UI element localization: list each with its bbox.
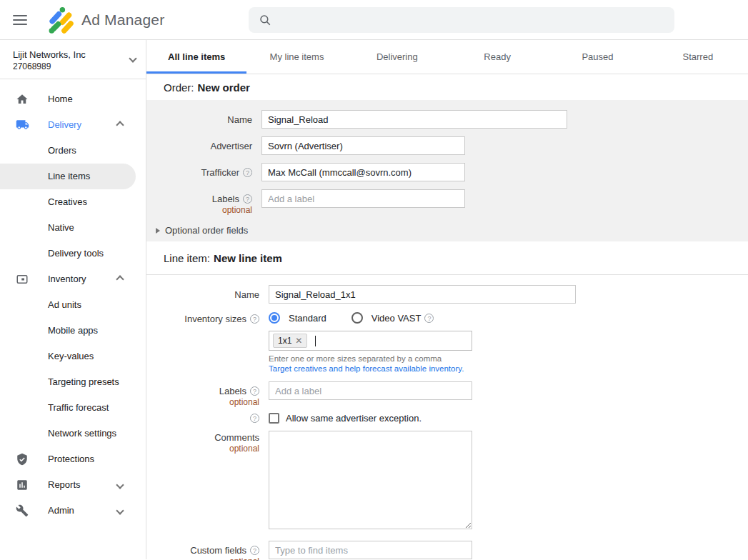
- sidebar-item-admin[interactable]: Admin: [0, 498, 146, 524]
- sidebar-item-reports[interactable]: Reports: [0, 472, 146, 498]
- sidebar-item-targeting-presets[interactable]: Targeting presets: [0, 369, 146, 395]
- line-item-form: Name Inventory sizes Standard Video VAST: [146, 275, 748, 560]
- line-item-name-label: Name: [146, 285, 259, 304]
- bar-chart-icon: [14, 479, 30, 491]
- same-advertiser-exception-label[interactable]: Allow same advertiser exception.: [286, 413, 422, 424]
- comments-label: Comments optional: [146, 431, 259, 532]
- search-input[interactable]: [279, 14, 674, 26]
- sidebar-item-mobile-apps[interactable]: Mobile apps: [0, 318, 146, 344]
- sidebar-item-native[interactable]: Native: [0, 215, 146, 241]
- order-form: Name Advertiser Trafficker: [146, 100, 748, 241]
- same-advertiser-exception-checkbox[interactable]: [269, 413, 279, 424]
- network-id: 27068989: [13, 61, 86, 71]
- exception-help: [146, 413, 259, 424]
- optional-tag: optional: [146, 444, 259, 454]
- order-title-value: New order: [198, 81, 250, 94]
- sidebar-item-home[interactable]: Home: [0, 86, 146, 112]
- order-advertiser-input[interactable]: [261, 136, 465, 155]
- line-item-labels-label: Labels optional: [146, 381, 259, 407]
- sidebar-item-delivery[interactable]: Delivery: [0, 112, 146, 138]
- shield-check-icon: [14, 453, 30, 466]
- line-item-name-input[interactable]: [269, 285, 576, 304]
- radio-standard-label[interactable]: Standard: [289, 313, 326, 324]
- chevron-up-icon: [116, 275, 124, 283]
- custom-fields-input[interactable]: [269, 541, 472, 559]
- optional-order-fields-toggle[interactable]: Optional order fields: [146, 225, 748, 236]
- help-icon[interactable]: [424, 314, 434, 323]
- sidebar: Lijit Networks, Inc 27068989 Home Delive…: [0, 40, 146, 559]
- radio-video-vast[interactable]: [351, 312, 363, 324]
- line-item-tabs: All line items My line items Delivering …: [146, 40, 748, 74]
- radio-standard[interactable]: [269, 312, 280, 324]
- order-trafficker-label: Trafficker: [146, 163, 252, 181]
- tab-ready[interactable]: Ready: [447, 40, 547, 74]
- chevron-down-icon: [116, 506, 124, 514]
- help-icon[interactable]: [250, 314, 259, 324]
- help-icon[interactable]: [250, 386, 259, 396]
- global-search[interactable]: [249, 7, 674, 33]
- hamburger-menu-icon[interactable]: [13, 15, 27, 25]
- optional-tag: optional: [146, 205, 252, 215]
- tab-starred[interactable]: Starred: [648, 40, 748, 74]
- sidebar-item-protections[interactable]: Protections: [0, 446, 146, 472]
- inventory-sizes-input[interactable]: 1x1 ✕: [269, 331, 472, 351]
- inventory-sizes-label: Inventory sizes: [146, 312, 259, 373]
- optional-tag: optional: [146, 556, 259, 560]
- order-trafficker-input[interactable]: [261, 163, 465, 181]
- chevron-down-icon: [116, 481, 124, 489]
- sidebar-item-creatives[interactable]: Creatives: [0, 189, 146, 215]
- sizes-helper-text: Enter one or more sizes separated by a c…: [269, 354, 472, 363]
- help-icon[interactable]: [243, 194, 252, 204]
- line-item-title-value: New line item: [214, 252, 282, 264]
- wrench-icon: [14, 504, 30, 517]
- main-content: All line items My line items Delivering …: [146, 40, 748, 559]
- text-caret: [315, 336, 316, 346]
- order-section-title: Order: New order: [146, 74, 748, 100]
- sidebar-item-network-settings[interactable]: Network settings: [0, 421, 146, 446]
- sidebar-item-line-items[interactable]: Line items: [0, 164, 136, 189]
- order-name-input[interactable]: [261, 110, 567, 129]
- optional-tag: optional: [146, 397, 259, 407]
- inventory-icon: [14, 273, 30, 286]
- tab-all-line-items[interactable]: All line items: [146, 40, 246, 74]
- line-item-section-title: Line item: New line item: [146, 241, 748, 275]
- remove-chip-icon[interactable]: ✕: [295, 336, 302, 345]
- app-title: Ad Manager: [81, 11, 164, 29]
- sidebar-item-ad-units[interactable]: Ad units: [0, 292, 146, 318]
- comments-textarea[interactable]: [269, 431, 472, 529]
- ad-manager-logo: [46, 6, 74, 34]
- target-creatives-link[interactable]: Target creatives and help forecast avail…: [269, 364, 472, 373]
- search-icon: [259, 14, 271, 26]
- disclosure-triangle-icon: [156, 228, 160, 234]
- sidebar-item-key-values[interactable]: Key-values: [0, 344, 146, 369]
- network-selector[interactable]: Lijit Networks, Inc 27068989: [0, 40, 146, 79]
- network-name: Lijit Networks, Inc: [13, 49, 86, 61]
- sidebar-item-orders[interactable]: Orders: [0, 138, 146, 164]
- help-icon[interactable]: [250, 414, 259, 423]
- home-icon: [14, 93, 30, 106]
- truck-icon: [14, 118, 30, 131]
- line-item-labels-input[interactable]: [269, 381, 472, 400]
- tab-paused[interactable]: Paused: [547, 40, 647, 74]
- order-advertiser-label: Advertiser: [146, 136, 252, 155]
- sidebar-item-traffic-forecast[interactable]: Traffic forecast: [0, 395, 146, 421]
- order-labels-label: Labels optional: [146, 189, 252, 215]
- order-labels-input[interactable]: [261, 189, 465, 208]
- help-icon[interactable]: [250, 546, 259, 555]
- app-header: Ad Manager: [0, 0, 748, 40]
- chevron-down-icon: [129, 54, 136, 62]
- sidebar-item-inventory[interactable]: Inventory: [0, 266, 146, 292]
- tab-my-line-items[interactable]: My line items: [246, 40, 346, 74]
- help-icon[interactable]: [243, 168, 252, 177]
- radio-video-vast-label[interactable]: Video VAST: [371, 313, 422, 324]
- tab-delivering[interactable]: Delivering: [347, 40, 447, 74]
- sidebar-nav: Home Delivery Orders Line items Creative…: [0, 79, 146, 524]
- chevron-up-icon: [116, 121, 124, 129]
- order-name-label: Name: [146, 110, 252, 129]
- custom-fields-label: Custom fields optional: [146, 541, 259, 560]
- size-chip: 1x1 ✕: [273, 334, 307, 348]
- sidebar-item-delivery-tools[interactable]: Delivery tools: [0, 241, 146, 266]
